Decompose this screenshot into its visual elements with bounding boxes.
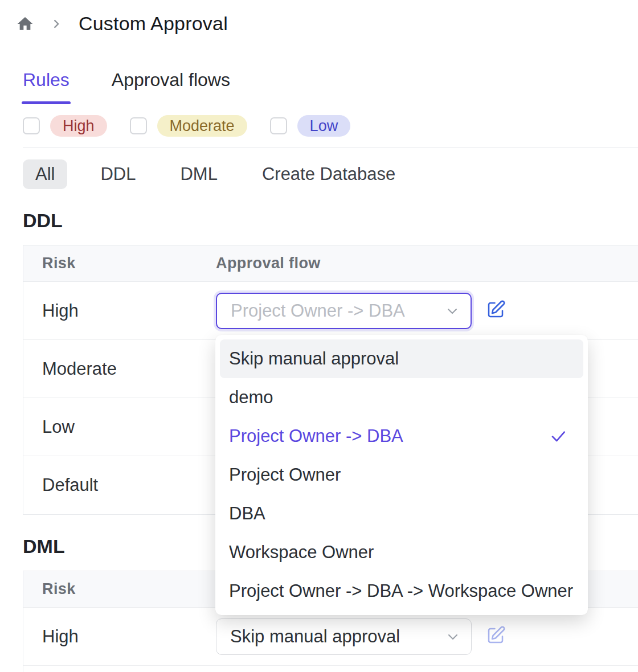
edit-flow-button[interactable] <box>484 300 507 322</box>
select-value: Skip manual approval <box>230 626 400 647</box>
moderate-checkbox[interactable] <box>130 117 147 134</box>
column-header-risk: Risk <box>23 255 216 272</box>
high-risk-badge: High <box>50 115 107 137</box>
check-icon <box>549 427 567 445</box>
risk-cell: Moderate <box>23 359 216 379</box>
filter-divider <box>23 147 638 148</box>
option-label: Project Owner -> DBA <box>229 426 403 446</box>
chevron-down-icon <box>444 303 460 319</box>
risk-cell: High <box>23 626 216 647</box>
risk-filter-high: High <box>23 115 107 137</box>
category-all[interactable]: All <box>23 159 67 189</box>
approval-flow-select[interactable]: Skip manual approval <box>216 618 472 655</box>
tab-rules[interactable]: Rules <box>23 69 69 104</box>
section-title-ddl: DDL <box>23 210 63 232</box>
approval-flow-dropdown: Skip manual approval demo Project Owner … <box>215 335 588 615</box>
edit-pencil-icon <box>485 625 506 648</box>
edit-pencil-icon <box>485 300 506 322</box>
risk-cell: Default <box>23 475 216 495</box>
chevron-down-icon <box>445 629 461 645</box>
edit-flow-button[interactable] <box>484 625 507 648</box>
select-value: Project Owner -> DBA <box>231 301 405 321</box>
low-checkbox[interactable] <box>270 117 287 134</box>
category-create-database[interactable]: Create Database <box>251 159 407 189</box>
category-ddl[interactable]: DDL <box>89 159 147 189</box>
tab-bar: Rules Approval flows <box>23 69 230 104</box>
flow-cell: Skip manual approval <box>216 618 507 655</box>
dropdown-option-project-owner-dba[interactable]: Project Owner -> DBA <box>220 417 583 456</box>
category-dml[interactable]: DML <box>169 159 228 189</box>
table-row-partial <box>23 666 638 672</box>
category-filter: All DDL DML Create Database <box>23 159 407 189</box>
custom-approval-page: Custom Approval Rules Approval flows Hig… <box>0 0 638 672</box>
section-title-dml: DML <box>23 535 65 558</box>
high-checkbox[interactable] <box>23 117 40 134</box>
dropdown-option-demo[interactable]: demo <box>220 378 583 417</box>
dropdown-option-workspace-owner[interactable]: Workspace Owner <box>220 533 583 572</box>
tab-approval-flows[interactable]: Approval flows <box>112 69 230 104</box>
dropdown-option-project-owner-dba-workspace-owner[interactable]: Project Owner -> DBA -> Workspace Owner <box>220 572 583 610</box>
column-header-risk: Risk <box>23 580 216 598</box>
risk-filter-moderate: Moderate <box>130 115 247 137</box>
chevron-right-icon <box>50 17 64 31</box>
breadcrumb: Custom Approval <box>16 13 228 35</box>
risk-filter-low: Low <box>270 115 351 137</box>
approval-flow-select[interactable]: Project Owner -> DBA <box>216 293 472 329</box>
dropdown-option-project-owner[interactable]: Project Owner <box>220 456 583 494</box>
dropdown-option-skip-manual-approval[interactable]: Skip manual approval <box>220 339 583 378</box>
risk-cell: Low <box>23 417 216 437</box>
moderate-risk-badge: Moderate <box>157 115 247 137</box>
table-header-row: Risk Approval flow <box>23 245 638 282</box>
dropdown-option-dba[interactable]: DBA <box>220 494 583 533</box>
column-header-approval-flow: Approval flow <box>216 255 321 272</box>
risk-cell: High <box>23 301 216 321</box>
table-row-high: High Project Owner -> DBA <box>23 282 638 340</box>
home-icon[interactable] <box>16 14 35 34</box>
low-risk-badge: Low <box>297 115 351 137</box>
table-row-high: High Skip manual approval <box>23 608 638 666</box>
page-title: Custom Approval <box>79 13 228 35</box>
flow-cell: Project Owner -> DBA <box>216 293 507 329</box>
risk-filter-row: High Moderate Low <box>23 115 350 137</box>
